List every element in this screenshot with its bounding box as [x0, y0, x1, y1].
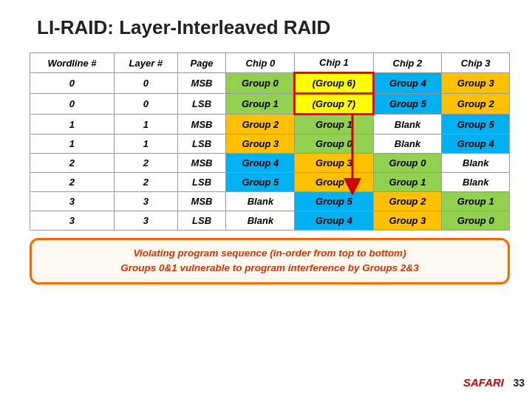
table-cell: 2: [114, 173, 177, 192]
table-cell: MSB: [177, 115, 226, 134]
table-cell: Group 5: [442, 115, 510, 134]
table-cell: Group 5: [373, 94, 442, 115]
table-cell: Group 5: [295, 192, 373, 211]
table-cell: Group 4: [442, 134, 510, 154]
table-cell: LSB: [177, 173, 226, 192]
bottom-message-box: Violating program sequence (in-order fro…: [30, 238, 510, 284]
table-cell: Blank: [226, 192, 295, 211]
table-cell: 3: [114, 211, 177, 231]
table-cell: Group 4: [373, 73, 442, 94]
table-cell: Blank: [373, 134, 442, 154]
table-cell: Blank: [442, 173, 510, 192]
table-cell: 1: [114, 134, 177, 154]
table-cell: Group 5: [226, 173, 295, 192]
table-cell: 2: [30, 173, 115, 192]
col-header-layer: Layer #: [114, 53, 177, 73]
table-cell: Group 3: [373, 211, 442, 231]
table-cell: LSB: [177, 134, 226, 154]
table-cell: (Group 6): [295, 73, 373, 94]
col-header-wordline: Wordline #: [30, 53, 115, 73]
table-cell: Group 4: [226, 154, 295, 173]
col-header-page: Page: [177, 53, 226, 73]
table-cell: Group 3: [226, 134, 295, 154]
table-cell: Blank: [442, 154, 510, 173]
table-cell: 3: [30, 211, 115, 231]
table-cell: Group 0: [226, 73, 295, 94]
table-cell: Group 2: [295, 173, 373, 192]
table-cell: Group 0: [373, 154, 442, 173]
table-cell: Group 0: [295, 134, 373, 154]
table-cell: 0: [114, 73, 177, 94]
table-cell: Group 0: [442, 211, 510, 231]
table-cell: Group 2: [442, 94, 510, 115]
table-cell: Group 2: [226, 115, 295, 134]
col-header-chip2: Chip 2: [373, 53, 442, 73]
main-table: Wordline # Layer # Page Chip 0 Chip 1 Ch…: [30, 52, 510, 231]
col-header-chip1: Chip 1: [295, 53, 373, 73]
table-cell: 2: [114, 154, 177, 173]
page-number: 33: [513, 377, 525, 389]
table-cell: Blank: [226, 211, 295, 231]
table-cell: 0: [114, 94, 177, 115]
table-cell: Group 3: [442, 73, 510, 94]
table-cell: 0: [30, 94, 115, 115]
table-cell: Group 2: [373, 192, 442, 211]
table-cell: 1: [114, 115, 177, 134]
table-cell: Group 1: [226, 94, 295, 115]
table-cell: LSB: [177, 211, 226, 231]
table-cell: MSB: [177, 192, 226, 211]
col-header-chip0: Chip 0: [226, 53, 295, 73]
table-cell: 3: [114, 192, 177, 211]
safari-label: SAFARI: [463, 376, 504, 389]
table-cell: Group 4: [295, 211, 373, 231]
table-cell: 3: [30, 192, 115, 211]
page-title: LI-RAID: Layer-Interleaved RAID: [0, 0, 532, 47]
table-cell: Group 1: [295, 115, 373, 134]
table-cell: (Group 7): [295, 94, 373, 115]
table-cell: 1: [30, 134, 115, 154]
table-cell: Group 1: [373, 173, 442, 192]
col-header-chip3: Chip 3: [442, 53, 510, 73]
table-cell: 2: [30, 154, 115, 173]
table-cell: 1: [30, 115, 115, 134]
bottom-text: Violating program sequence (in-order fro…: [42, 246, 497, 276]
table-cell: Group 3: [295, 154, 373, 173]
table-cell: MSB: [177, 154, 226, 173]
table-cell: Group 1: [442, 192, 510, 211]
table-cell: Blank: [373, 115, 442, 134]
table-container: Wordline # Layer # Page Chip 0 Chip 1 Ch…: [0, 52, 532, 231]
table-cell: 0: [30, 73, 115, 94]
table-cell: LSB: [177, 94, 226, 115]
table-cell: MSB: [177, 73, 226, 94]
